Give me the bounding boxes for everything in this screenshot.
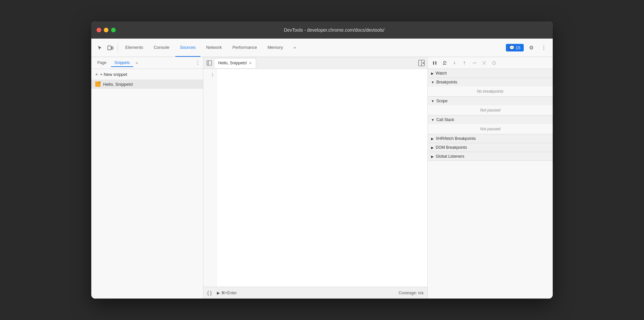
scope-chevron-icon [431, 99, 434, 103]
watch-section: Watch [428, 69, 553, 78]
tab-console[interactable]: Console [149, 39, 174, 57]
dom-chevron-icon [431, 145, 434, 150]
breakpoints-chevron-icon [431, 80, 434, 84]
toolbar-separator [118, 44, 118, 52]
traffic-lights [97, 28, 116, 32]
line-numbers: 1 [203, 69, 217, 287]
scope-section: Scope Not paused [428, 97, 553, 115]
breakpoints-body: No breakpoints [428, 86, 553, 96]
svg-rect-8 [435, 61, 436, 65]
line-number: 1 [203, 72, 216, 78]
editor-sidebar-toggle[interactable] [205, 58, 214, 68]
more-options-button[interactable]: ⋮ [539, 43, 549, 53]
device-toggle-icon[interactable] [106, 43, 115, 52]
tab-network[interactable]: Network [202, 39, 227, 57]
snippet-item[interactable]: Hello, Snippets! [91, 80, 203, 89]
global-title: Global Listeners [436, 154, 464, 159]
new-snippet-plus-icon: + [95, 72, 98, 77]
svg-rect-1 [112, 47, 113, 49]
editor-run-button[interactable] [417, 58, 426, 68]
code-editor[interactable] [217, 69, 427, 287]
svg-marker-15 [463, 61, 465, 63]
svg-marker-17 [475, 62, 476, 64]
new-snippet-button[interactable]: + + New snippet [91, 69, 203, 80]
right-panel: Watch Breakpoints No breakpoints Scope N… [427, 57, 553, 299]
cursor-tool-icon[interactable] [95, 43, 104, 52]
sidebar-tab-snippets[interactable]: Snippets [111, 59, 133, 67]
sidebar-tab-page[interactable]: Page [94, 59, 110, 67]
global-header[interactable]: Global Listeners [428, 152, 553, 161]
issues-count: 15 [516, 45, 520, 50]
editor-area: Hello, Snippets! × 1 { } [203, 57, 427, 299]
window-title: DevTools - developer.chrome.com/docs/dev… [121, 27, 547, 33]
dom-title: DOM Breakpoints [436, 145, 467, 150]
breakpoints-header[interactable]: Breakpoints [428, 78, 553, 86]
watch-header[interactable]: Watch [428, 69, 553, 78]
svg-rect-7 [433, 61, 434, 65]
xhr-title: XHR/fetch Breakpoints [436, 136, 476, 141]
dom-header[interactable]: DOM Breakpoints [428, 143, 553, 152]
titlebar: DevTools - developer.chrome.com/docs/dev… [91, 21, 553, 39]
step-into-button[interactable] [450, 59, 459, 67]
xhr-chevron-icon [431, 136, 434, 141]
step-out-button[interactable] [460, 59, 469, 67]
editor-tab-active[interactable]: Hello, Snippets! × [214, 58, 256, 68]
debugger-toolbar [428, 57, 553, 69]
fullscreen-button[interactable] [111, 28, 116, 32]
tab-elements[interactable]: Elements [121, 39, 148, 57]
snippet-file-icon [95, 81, 101, 87]
callstack-header[interactable]: Call Stack [428, 115, 553, 124]
sidebar-menu-button[interactable]: ⋮ [195, 60, 200, 66]
svg-rect-0 [108, 46, 111, 50]
svg-rect-2 [207, 61, 212, 65]
watch-chevron-icon [431, 71, 434, 76]
close-button[interactable] [97, 28, 101, 32]
main-toolbar: Elements Console Sources Network Perform… [91, 39, 553, 57]
callstack-title: Call Stack [436, 117, 454, 122]
editor-tab-close[interactable]: × [249, 61, 252, 65]
scope-header[interactable]: Scope [428, 97, 553, 105]
issues-badge[interactable]: 💬 15 [506, 44, 524, 51]
scope-body: Not paused [428, 105, 553, 115]
snippet-name: Hello, Snippets! [103, 82, 133, 87]
global-chevron-icon [431, 154, 434, 159]
devtools-window: DevTools - developer.chrome.com/docs/dev… [91, 21, 553, 299]
callstack-body: Not paused [428, 124, 553, 134]
editor-tab-label: Hello, Snippets! [218, 61, 247, 65]
svg-marker-11 [443, 64, 444, 65]
editor-tabs: Hello, Snippets! × [203, 57, 427, 69]
xhr-section: XHR/fetch Breakpoints [428, 134, 553, 143]
settings-button[interactable]: ⚙ [526, 43, 536, 53]
main-content: Page Snippets » ⋮ + + New snippet Hello,… [91, 57, 553, 299]
pause-on-exceptions-button[interactable] [490, 59, 498, 67]
breakpoints-title: Breakpoints [436, 80, 457, 84]
left-sidebar: Page Snippets » ⋮ + + New snippet Hello,… [91, 57, 203, 299]
editor-body: 1 [203, 69, 427, 287]
svg-marker-9 [445, 62, 447, 63]
dom-section: DOM Breakpoints [428, 143, 553, 152]
sidebar-tab-more[interactable]: » [134, 60, 139, 66]
toolbar-right: 💬 15 ⚙ ⋮ [506, 43, 549, 53]
global-section: Global Listeners [428, 152, 553, 161]
deactivate-breakpoints-button[interactable] [480, 59, 488, 67]
step-over-button[interactable] [440, 59, 449, 67]
pretty-print-button[interactable]: { } [207, 290, 212, 296]
run-snippet-button[interactable]: ▶ ⌘+Enter [217, 291, 237, 295]
minimize-button[interactable] [104, 28, 108, 32]
pause-button[interactable] [430, 59, 439, 67]
new-snippet-label: + New snippet [100, 72, 127, 77]
callstack-chevron-icon [431, 117, 434, 122]
coverage-info: Coverage: n/a [399, 291, 424, 295]
tab-more[interactable]: » [289, 39, 301, 57]
tab-performance[interactable]: Performance [228, 39, 261, 57]
issues-icon: 💬 [509, 45, 514, 50]
step-button[interactable] [470, 59, 479, 67]
sidebar-content: + + New snippet Hello, Snippets! [91, 69, 203, 299]
tab-sources[interactable]: Sources [175, 39, 200, 57]
tab-memory[interactable]: Memory [263, 39, 288, 57]
xhr-header[interactable]: XHR/fetch Breakpoints [428, 134, 553, 143]
run-snippet-label: ▶ ⌘+Enter [217, 291, 237, 295]
breakpoints-section: Breakpoints No breakpoints [428, 78, 553, 97]
svg-point-22 [494, 64, 494, 64]
editor-footer: { } ▶ ⌘+Enter Coverage: n/a [203, 287, 427, 299]
